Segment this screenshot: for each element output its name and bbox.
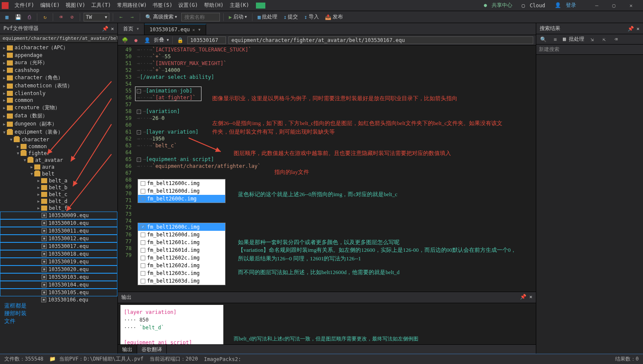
close-panel-icon[interactable]: ✕	[111, 26, 114, 32]
search-input[interactable]	[181, 13, 220, 21]
share-link[interactable]: ● 共享中心	[482, 1, 516, 10]
search-icon[interactable]: 🔍	[539, 35, 547, 44]
file-node[interactable]: ▤103530020.equ	[0, 266, 117, 273]
server-select[interactable]: TW▼	[84, 13, 109, 21]
path-bar[interactable]: equipment/character/fighter/at_avatar/be…	[0, 34, 117, 43]
menu-item[interactable]: 帮助(H)	[201, 0, 226, 10]
folder-node[interactable]: ▼character	[0, 136, 117, 143]
menu-item[interactable]: 设置(G)	[176, 0, 201, 10]
annotation: 如果是那种一套时装分四个或者更多颜色，以及更多图层怎么写呢	[238, 238, 495, 247]
path-input[interactable]	[228, 36, 533, 44]
cancel-icon[interactable]: ⊘	[68, 13, 76, 21]
blue-annotation: 蓝框都是腰部时装文件	[4, 302, 27, 325]
delete-icon[interactable]: ⌫	[57, 13, 65, 21]
image-packs: ImagePacks2:	[204, 356, 241, 362]
output-panel: 输出 📌 ✕ [layer variation] ···· 850 ···· `…	[118, 292, 536, 354]
import-icon[interactable]: ⇱	[600, 35, 608, 44]
publish-button[interactable]: 📤发布	[323, 12, 345, 21]
folder-node[interactable]: ▶belt_b	[0, 184, 117, 191]
login-link[interactable]: 👤 登录	[553, 1, 580, 10]
pin-icon[interactable]: 📌	[628, 26, 634, 32]
save-icon[interactable]: 💾	[14, 13, 22, 21]
folder-node[interactable]: ▶belt_f	[0, 205, 117, 212]
main-menu: 文件(F)编辑(E)视图(V)工具(T)常用路径(W)书签(S)设置(G)帮助(…	[12, 0, 252, 10]
saveall-icon[interactable]: ⎙	[25, 13, 33, 21]
folder-node[interactable]: ▶clientonly	[0, 90, 117, 97]
file-node[interactable]: ▤103530103.equ	[0, 273, 117, 281]
file-node[interactable]: ▤103530012.equ	[0, 235, 117, 242]
folder-node[interactable]: ▶character（角色）	[0, 74, 117, 82]
folder-node[interactable]: ▼fighter	[0, 150, 117, 157]
menu-item[interactable]: 主题(K)	[227, 0, 252, 10]
theme-swatch[interactable]	[256, 3, 265, 9]
folder-node[interactable]: ▶appendage	[0, 52, 117, 59]
tree-icon[interactable]: 🌳	[120, 36, 129, 45]
bookmark-icon[interactable]: ●	[132, 36, 140, 45]
pin-icon[interactable]: 📌	[520, 294, 526, 300]
tab-home[interactable]: 首页▼	[118, 23, 144, 35]
cloud-link[interactable]: ▢ Cloud	[520, 2, 549, 9]
menu-item[interactable]: 编辑(E)	[38, 0, 63, 10]
import-button[interactable]: ↧导入	[302, 12, 320, 21]
new-icon[interactable]: ▦	[3, 13, 11, 21]
id-input[interactable]	[187, 36, 226, 44]
menu-item[interactable]: 工具(T)	[89, 0, 114, 10]
back-icon[interactable]: ←	[117, 13, 125, 21]
clear-icon[interactable]: ⌫	[612, 35, 620, 44]
folder-node[interactable]: ▶common	[0, 143, 117, 150]
person-icon[interactable]: 👤	[143, 36, 151, 45]
folder-node[interactable]: ▶creature（宠物）	[0, 104, 117, 112]
batch-link[interactable]: ▦ 批处理	[563, 36, 584, 43]
annotation: 【variation】命名规则跟时装img有关系。如左侧的12600，实际上是1…	[238, 246, 517, 263]
export-icon[interactable]: ⇲	[588, 35, 596, 44]
submit-button[interactable]: ↥提交	[282, 12, 300, 21]
tab-file[interactable]: 103530167.equ✕▼	[144, 24, 206, 35]
close-button[interactable]: ✕	[622, 1, 640, 10]
menu-item[interactable]: 书签(S)	[150, 0, 175, 10]
lock-icon[interactable]: 🔒	[176, 36, 185, 45]
refresh-icon[interactable]: ↻	[41, 13, 49, 21]
file-node[interactable]: ▤103530104.equ	[0, 281, 117, 289]
folder-node[interactable]: ▶dungeon（副本）	[0, 120, 117, 128]
menu-item[interactable]: 文件(F)	[12, 0, 37, 10]
folder-node[interactable]: ▶data（数据）	[0, 112, 117, 120]
close-panel-icon[interactable]: ✕	[637, 26, 640, 32]
maximize-button[interactable]: ▢	[605, 1, 622, 10]
output-tab[interactable]: 谷歌翻译	[137, 345, 167, 354]
fold-button[interactable]: 折叠	[154, 36, 164, 44]
output-tab[interactable]: 输出	[118, 345, 137, 354]
advsearch-button[interactable]: 🔍高级搜索 ▼	[144, 12, 179, 21]
forward-icon[interactable]: →	[128, 13, 136, 21]
code-editor[interactable]: 4950515253545556575859606162636465666768…	[118, 45, 536, 292]
file-node[interactable]: ▤103530009.equ	[0, 212, 117, 219]
pin-icon[interactable]: 📌	[102, 26, 108, 32]
folder-node[interactable]: ▶aura（光环）	[0, 59, 117, 67]
menu-item[interactable]: 常用路径(W)	[114, 0, 150, 10]
file-node[interactable]: ▤103530010.equ	[0, 219, 117, 227]
folder-node[interactable]: ▼equipment（装备）	[0, 128, 117, 136]
img-list-2: ✓fm_belt12600c.imgfm_belt12600d.imgfm_be…	[138, 223, 225, 285]
folder-node[interactable]: ▶aura	[0, 164, 117, 170]
file-node[interactable]: ▤103530011.equ	[0, 227, 117, 235]
folder-node[interactable]: ▶belt_d	[0, 198, 117, 205]
folder-node[interactable]: ▶belt_a	[0, 177, 117, 184]
new-search-label[interactable]: 新建搜索	[536, 45, 643, 55]
batch-button[interactable]: ▦批处理	[256, 12, 279, 21]
file-node[interactable]: ▤103530017.equ	[0, 242, 117, 250]
folder-node[interactable]: ▶cashshop	[0, 67, 117, 74]
minimize-button[interactable]: —	[588, 1, 605, 10]
file-tree[interactable]: ▶aicharacter（APC）▶appendage▶aura（光环）▶cas…	[0, 43, 117, 354]
folder-node[interactable]: ▶belt_c	[0, 191, 117, 198]
folder-node[interactable]: ▶chatemoticon（表情）	[0, 82, 117, 90]
folder-node[interactable]: ▼belt	[0, 170, 117, 177]
folder-node[interactable]: ▼at_avatar	[0, 157, 117, 164]
menu-item[interactable]: 视图(V)	[63, 0, 88, 10]
close-output-icon[interactable]: ✕	[529, 294, 532, 300]
filter-icon[interactable]: ≡	[551, 35, 559, 44]
file-node[interactable]: ▤103530019.equ	[0, 258, 117, 266]
folder-node[interactable]: ▶common	[0, 97, 117, 104]
file-node[interactable]: ▤103530105.equ	[0, 289, 117, 296]
file-node[interactable]: ▤103530018.equ	[0, 250, 117, 258]
run-button[interactable]: ▶启动 ▼	[227, 12, 249, 21]
folder-node[interactable]: ▶aicharacter（APC）	[0, 44, 117, 52]
